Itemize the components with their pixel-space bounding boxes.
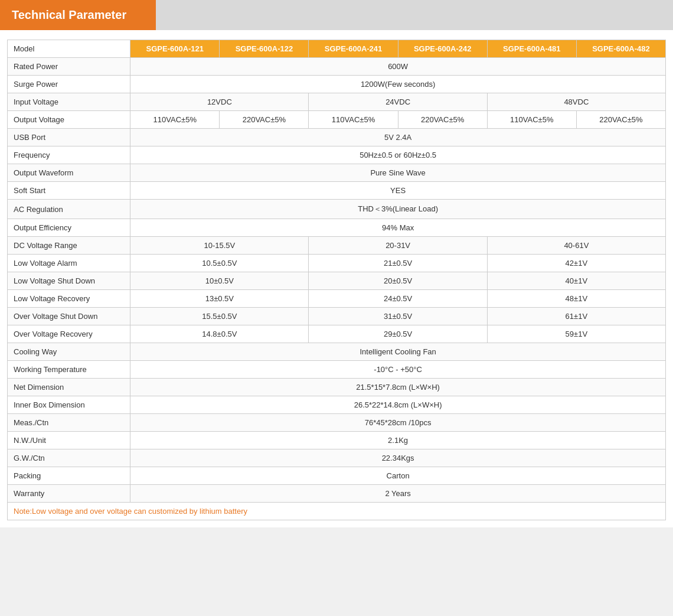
table-row: ModelSGPE-600A-121SGPE-600A-122SGPE-600A… xyxy=(8,40,666,58)
table-row: Low Voltage Alarm10.5±0.5V21±0.5V42±1V xyxy=(8,255,666,272)
row-label: DC Voltage Range xyxy=(8,237,130,255)
table-row: Soft StartYES xyxy=(8,182,666,200)
note-text: Note:Low voltage and over voltage can cu… xyxy=(8,503,666,520)
table-row: Output WaveformPure Sine Wave xyxy=(8,164,666,182)
value-cell: 12VDC xyxy=(130,93,309,111)
value-cell: 110VAC±5% xyxy=(309,111,398,129)
value-cell: 48VDC xyxy=(487,93,665,111)
page-title: Technical Parameter xyxy=(0,0,156,30)
table-row: N.W./Unit2.1Kg xyxy=(8,432,666,449)
table-row: Working Temperature-10°C - +50°C xyxy=(8,361,666,379)
value-cell: 24VDC xyxy=(309,93,487,111)
value-cell: 5V 2.4A xyxy=(130,129,666,146)
page-wrapper: Technical Parameter ModelSGPE-600A-121SG… xyxy=(0,0,673,527)
row-label: G.W./Ctn xyxy=(8,449,130,467)
row-label: Soft Start xyxy=(8,182,130,200)
table-row: Over Voltage Shut Down15.5±0.5V31±0.5V61… xyxy=(8,308,666,325)
value-cell: 1200W(Few seconds) xyxy=(130,76,666,93)
value-cell: 2 Years xyxy=(130,485,666,503)
table-container: ModelSGPE-600A-121SGPE-600A-122SGPE-600A… xyxy=(0,30,673,527)
row-label: Output Voltage xyxy=(8,111,130,129)
value-cell: 76*45*28cm /10pcs xyxy=(130,414,666,432)
value-cell: 22.34Kgs xyxy=(130,449,666,467)
row-label: AC Regulation xyxy=(8,200,130,219)
row-label: Low Voltage Alarm xyxy=(8,255,130,272)
value-cell: Pure Sine Wave xyxy=(130,164,666,182)
row-label: Over Voltage Shut Down xyxy=(8,308,130,325)
row-label: Inner Box Dimension xyxy=(8,396,130,414)
row-label: Model xyxy=(8,40,130,58)
row-label: Cooling Way xyxy=(8,343,130,361)
value-cell: 48±1V xyxy=(487,290,665,308)
spec-table: ModelSGPE-600A-121SGPE-600A-122SGPE-600A… xyxy=(7,40,666,520)
model-cell: SGPE-600A-242 xyxy=(398,40,487,58)
value-cell: 220VAC±5% xyxy=(398,111,487,129)
value-cell: THD＜3%(Linear Load) xyxy=(130,200,666,219)
row-label: Meas./Ctn xyxy=(8,414,130,432)
row-label: Low Voltage Shut Down xyxy=(8,272,130,290)
value-cell: 40±1V xyxy=(487,272,665,290)
value-cell: 29±0.5V xyxy=(309,325,487,343)
value-cell: 21±0.5V xyxy=(309,255,487,272)
note-row: Note:Low voltage and over voltage can cu… xyxy=(8,503,666,520)
row-label: Packing xyxy=(8,467,130,485)
model-cell: SGPE-600A-241 xyxy=(309,40,398,58)
value-cell: 10±0.5V xyxy=(130,272,309,290)
value-cell: 24±0.5V xyxy=(309,290,487,308)
model-cell: SGPE-600A-121 xyxy=(130,40,220,58)
table-row: DC Voltage Range10-15.5V20-31V40-61V xyxy=(8,237,666,255)
value-cell: 50Hz±0.5 or 60Hz±0.5 xyxy=(130,146,666,164)
value-cell: 94% Max xyxy=(130,219,666,237)
model-cell: SGPE-600A-122 xyxy=(220,40,309,58)
value-cell: 31±0.5V xyxy=(309,308,487,325)
table-row: USB Port5V 2.4A xyxy=(8,129,666,146)
value-cell: 600W xyxy=(130,58,666,76)
table-row: Cooling WayIntelligent Cooling Fan xyxy=(8,343,666,361)
value-cell: -10°C - +50°C xyxy=(130,361,666,379)
value-cell: YES xyxy=(130,182,666,200)
value-cell: 61±1V xyxy=(487,308,665,325)
row-label: Warranty xyxy=(8,485,130,503)
value-cell: 40-61V xyxy=(487,237,665,255)
header-bar: Technical Parameter xyxy=(0,0,673,30)
value-cell: 10.5±0.5V xyxy=(130,255,309,272)
row-label: USB Port xyxy=(8,129,130,146)
value-cell: 20±0.5V xyxy=(309,272,487,290)
row-label: Working Temperature xyxy=(8,361,130,379)
table-row: G.W./Ctn22.34Kgs xyxy=(8,449,666,467)
table-row: Net Dimension21.5*15*7.8cm (L×W×H) xyxy=(8,379,666,396)
value-cell: Carton xyxy=(130,467,666,485)
table-row: Rated Power600W xyxy=(8,58,666,76)
value-cell: 110VAC±5% xyxy=(130,111,220,129)
value-cell: 14.8±0.5V xyxy=(130,325,309,343)
row-label: Surge Power xyxy=(8,76,130,93)
row-label: N.W./Unit xyxy=(8,432,130,449)
table-row: Meas./Ctn76*45*28cm /10pcs xyxy=(8,414,666,432)
row-label: Rated Power xyxy=(8,58,130,76)
value-cell: 10-15.5V xyxy=(130,237,309,255)
value-cell: 2.1Kg xyxy=(130,432,666,449)
value-cell: 220VAC±5% xyxy=(220,111,309,129)
table-row: Output Voltage110VAC±5%220VAC±5%110VAC±5… xyxy=(8,111,666,129)
table-row: Output Efficiency94% Max xyxy=(8,219,666,237)
table-row: Inner Box Dimension26.5*22*14.8cm (L×W×H… xyxy=(8,396,666,414)
table-row: Frequency50Hz±0.5 or 60Hz±0.5 xyxy=(8,146,666,164)
table-row: AC RegulationTHD＜3%(Linear Load) xyxy=(8,200,666,219)
table-row: Low Voltage Recovery13±0.5V24±0.5V48±1V xyxy=(8,290,666,308)
table-row: Warranty2 Years xyxy=(8,485,666,503)
row-label: Output Waveform xyxy=(8,164,130,182)
value-cell: 42±1V xyxy=(487,255,665,272)
row-label: Frequency xyxy=(8,146,130,164)
table-row: PackingCarton xyxy=(8,467,666,485)
value-cell: 110VAC±5% xyxy=(487,111,576,129)
table-row: Input Voltage12VDC24VDC48VDC xyxy=(8,93,666,111)
value-cell: 59±1V xyxy=(487,325,665,343)
row-label: Input Voltage xyxy=(8,93,130,111)
row-label: Low Voltage Recovery xyxy=(8,290,130,308)
table-row: Surge Power1200W(Few seconds) xyxy=(8,76,666,93)
value-cell: 13±0.5V xyxy=(130,290,309,308)
model-cell: SGPE-600A-482 xyxy=(576,40,665,58)
value-cell: 15.5±0.5V xyxy=(130,308,309,325)
model-cell: SGPE-600A-481 xyxy=(487,40,576,58)
row-label: Output Efficiency xyxy=(8,219,130,237)
